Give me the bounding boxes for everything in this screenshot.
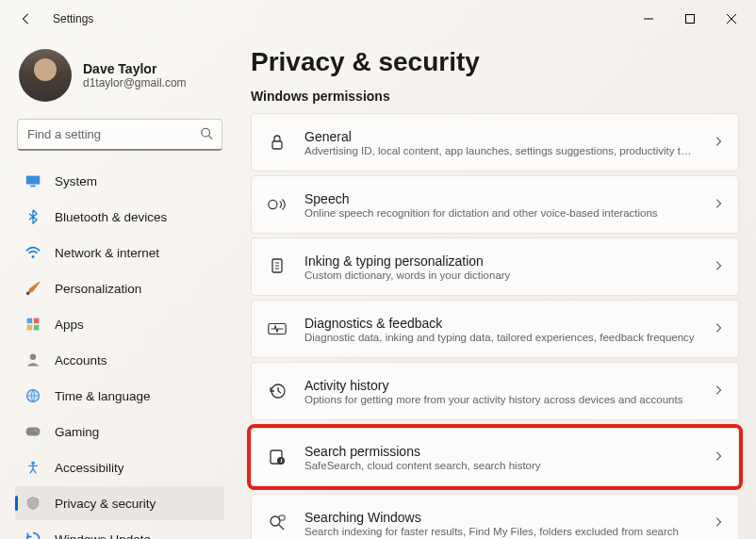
sidebar-item-label: Personalization bbox=[55, 282, 141, 296]
svg-rect-10 bbox=[27, 325, 33, 331]
svg-rect-18 bbox=[272, 141, 282, 149]
settings-card-search-permissions[interactable]: Search permissionsSafeSearch, cloud cont… bbox=[251, 428, 739, 486]
close-button[interactable] bbox=[711, 5, 752, 33]
sidebar-item-label: Gaming bbox=[55, 425, 99, 439]
diagnostics-icon bbox=[267, 318, 288, 339]
chevron-right-icon bbox=[714, 198, 723, 212]
wifi-icon bbox=[25, 244, 41, 261]
page-title: Privacy & security bbox=[251, 47, 739, 77]
svg-point-12 bbox=[30, 354, 36, 360]
lock-icon bbox=[267, 132, 288, 153]
gamepad-icon bbox=[25, 423, 41, 440]
back-arrow-icon bbox=[20, 12, 33, 25]
shield-icon bbox=[25, 495, 41, 512]
sidebar-item-label: Network & internet bbox=[55, 246, 159, 260]
svg-line-29 bbox=[279, 525, 284, 530]
back-button[interactable] bbox=[11, 4, 41, 34]
card-title: Speech bbox=[304, 191, 697, 206]
maximize-icon bbox=[685, 14, 695, 24]
settings-card-diagnostics-feedback[interactable]: Diagnostics & feedbackDiagnostic data, i… bbox=[251, 300, 739, 358]
sidebar-item-bluetooth-devices[interactable]: Bluetooth & devices bbox=[15, 200, 224, 234]
card-subtitle: SafeSearch, cloud content search, search… bbox=[304, 460, 697, 471]
nav-list: SystemBluetooth & devicesNetwork & inter… bbox=[15, 164, 224, 539]
svg-point-7 bbox=[26, 292, 30, 296]
speech-icon bbox=[267, 194, 288, 215]
sidebar-item-windows-update[interactable]: Windows Update bbox=[15, 522, 224, 539]
accessibility-icon bbox=[25, 459, 41, 476]
card-subtitle: Online speech recognition for dictation … bbox=[304, 207, 697, 219]
svg-rect-5 bbox=[30, 186, 35, 188]
sidebar: Dave Taylor d1taylor@gmail.com SystemBlu… bbox=[0, 38, 234, 539]
svg-rect-4 bbox=[26, 176, 40, 185]
chevron-right-icon bbox=[714, 322, 723, 336]
monitor-icon bbox=[25, 172, 41, 189]
chevron-right-icon bbox=[714, 136, 723, 150]
globe-icon bbox=[25, 387, 41, 404]
person-icon bbox=[25, 351, 41, 368]
sidebar-item-label: Apps bbox=[55, 318, 84, 332]
settings-card-general[interactable]: GeneralAdvertising ID, local content, ap… bbox=[251, 113, 739, 172]
apps-icon bbox=[25, 316, 41, 333]
card-subtitle: Options for getting more from your activ… bbox=[304, 394, 697, 405]
chevron-right-icon bbox=[714, 260, 723, 274]
card-title: Searching Windows bbox=[304, 510, 697, 525]
titlebar: Settings bbox=[0, 0, 756, 38]
sidebar-item-personalization[interactable]: Personalization bbox=[15, 271, 224, 305]
sidebar-item-time-language[interactable]: Time & language bbox=[15, 379, 224, 413]
svg-point-27 bbox=[277, 457, 285, 465]
sidebar-item-label: Windows Update bbox=[55, 532, 151, 540]
card-subtitle: Diagnostic data, inking and typing data,… bbox=[304, 332, 697, 343]
sidebar-item-label: Accounts bbox=[55, 353, 107, 368]
sidebar-item-label: Accessibility bbox=[55, 461, 124, 475]
close-icon bbox=[727, 14, 736, 24]
card-title: General bbox=[304, 129, 697, 144]
svg-line-3 bbox=[209, 136, 213, 139]
brush-icon bbox=[25, 280, 41, 297]
user-block[interactable]: Dave Taylor d1taylor@gmail.com bbox=[15, 38, 224, 119]
inking-icon bbox=[267, 256, 288, 277]
minimize-button[interactable] bbox=[628, 5, 669, 33]
sidebar-item-privacy-security[interactable]: Privacy & security bbox=[15, 486, 224, 520]
card-title: Activity history bbox=[304, 378, 697, 393]
sidebar-item-accounts[interactable]: Accounts bbox=[15, 343, 224, 377]
svg-rect-1 bbox=[686, 15, 695, 24]
user-name: Dave Taylor bbox=[83, 61, 187, 76]
minimize-icon bbox=[644, 14, 653, 24]
settings-card-speech[interactable]: SpeechOnline speech recognition for dict… bbox=[251, 175, 739, 234]
update-icon bbox=[25, 531, 41, 539]
chevron-right-icon bbox=[714, 450, 723, 465]
section-title: Windows permissions bbox=[251, 89, 739, 104]
search-windows-icon bbox=[267, 513, 288, 533]
maximize-button[interactable] bbox=[669, 5, 711, 33]
main-content: Privacy & security Windows permissions G… bbox=[234, 38, 756, 539]
avatar bbox=[19, 49, 72, 102]
card-subtitle: Search indexing for faster results, Find… bbox=[304, 526, 697, 537]
settings-card-inking-typing-personalization[interactable]: Inking & typing personalizationCustom di… bbox=[251, 237, 739, 296]
svg-rect-9 bbox=[34, 318, 40, 324]
svg-rect-8 bbox=[27, 318, 33, 324]
settings-card-activity-history[interactable]: Activity historyOptions for getting more… bbox=[251, 362, 739, 420]
card-subtitle: Advertising ID, local content, app launc… bbox=[304, 145, 697, 156]
sidebar-item-gaming[interactable]: Gaming bbox=[15, 415, 224, 449]
search-permissions-icon bbox=[267, 447, 288, 467]
window-title: Settings bbox=[53, 12, 93, 25]
sidebar-item-label: Privacy & security bbox=[55, 497, 156, 511]
sidebar-item-apps[interactable]: Apps bbox=[15, 307, 224, 341]
history-icon bbox=[267, 381, 288, 401]
sidebar-item-label: Bluetooth & devices bbox=[55, 210, 167, 224]
svg-point-6 bbox=[32, 255, 35, 258]
card-title: Search permissions bbox=[304, 444, 697, 459]
chevron-right-icon bbox=[714, 516, 723, 531]
sidebar-item-label: System bbox=[55, 174, 97, 188]
sidebar-item-accessibility[interactable]: Accessibility bbox=[15, 450, 224, 484]
chevron-right-icon bbox=[714, 384, 723, 399]
sidebar-item-network-internet[interactable]: Network & internet bbox=[15, 236, 224, 270]
svg-point-17 bbox=[31, 461, 35, 465]
settings-card-searching-windows[interactable]: Searching WindowsSearch indexing for fas… bbox=[251, 494, 739, 539]
sidebar-item-system[interactable]: System bbox=[15, 164, 224, 198]
svg-point-15 bbox=[35, 430, 37, 432]
window-controls bbox=[628, 5, 752, 33]
svg-point-16 bbox=[37, 432, 39, 433]
search-input[interactable] bbox=[17, 119, 222, 151]
highlighted-card-frame: Search permissionsSafeSearch, cloud cont… bbox=[247, 424, 743, 490]
